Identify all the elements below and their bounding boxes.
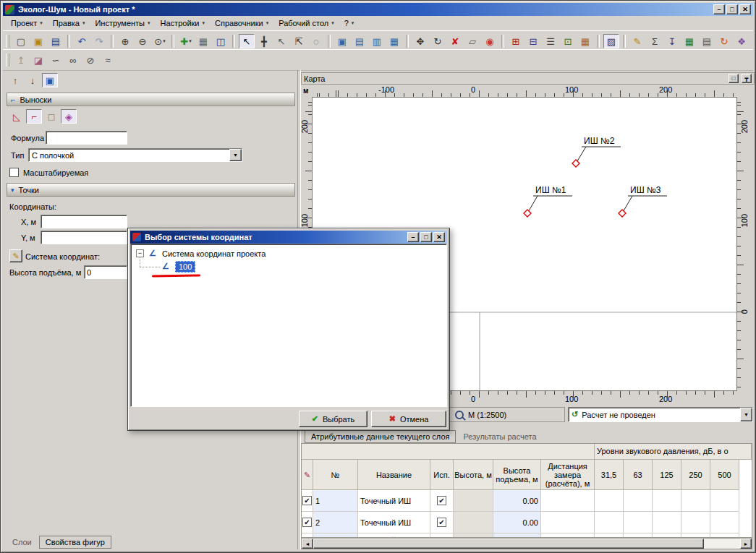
row-checkbox[interactable]: ✔ xyxy=(302,496,312,505)
lift-height-input[interactable] xyxy=(84,265,127,279)
cancel-button[interactable]: ✖ Отмена xyxy=(371,411,446,427)
measure-tool-icon[interactable]: ▨ xyxy=(603,34,619,48)
table-cell-f63[interactable] xyxy=(624,490,653,512)
save-icon[interactable]: ▤ xyxy=(48,34,64,48)
table-cell-dist[interactable] xyxy=(541,512,595,533)
tree-item-100[interactable]: 100 xyxy=(175,261,195,273)
table-cell-f500[interactable] xyxy=(710,490,739,512)
table-cell-f125[interactable] xyxy=(653,490,681,512)
map-pin-button[interactable]: ┳ xyxy=(742,74,752,83)
table-tab-0[interactable]: Атрибутивные данные текущего слоя xyxy=(305,430,456,443)
records-remove-icon[interactable]: ⊟ xyxy=(525,34,541,48)
copy-figure-icon[interactable]: ▣ xyxy=(334,34,350,48)
callout-type-style-icon[interactable]: ◈ xyxy=(61,109,77,124)
callout-type-frame-icon[interactable]: ◻ xyxy=(43,109,59,124)
table-cell-f250[interactable] xyxy=(681,490,710,512)
type-select[interactable]: С полочкой ▼ xyxy=(28,148,242,162)
dialog-close-button[interactable]: ✕ xyxy=(433,232,445,242)
statistics-icon[interactable]: Σ xyxy=(647,34,663,48)
maximize-button[interactable]: □ xyxy=(726,4,738,14)
table-cell-f63[interactable] xyxy=(624,512,653,533)
menu-item-6[interactable]: ?▾ xyxy=(339,17,360,29)
scrollbar-thumb[interactable] xyxy=(313,539,704,549)
lasso-select-icon[interactable]: ◌ xyxy=(308,34,324,48)
dialog-title-bar[interactable]: Выбор системы координат –□✕ xyxy=(130,231,447,244)
transform-figure-icon[interactable]: ▱ xyxy=(464,34,480,48)
column-header-dist[interactable]: Дистанция замера (расчёта), м xyxy=(541,460,595,490)
calc-status-select[interactable]: ↺ Расчет не проведен ▼ xyxy=(568,407,753,422)
type-select-arrow-icon[interactable]: ▼ xyxy=(229,149,242,161)
table-cell-dist[interactable] xyxy=(541,490,595,512)
calc-status-arrow-icon[interactable]: ▼ xyxy=(740,408,752,421)
menu-item-3[interactable]: Настройки▾ xyxy=(156,17,210,29)
column-header-num[interactable]: № xyxy=(313,460,358,490)
toolbar-grip[interactable] xyxy=(6,35,9,48)
table-cell-f250[interactable] xyxy=(681,512,710,533)
open-folder-icon[interactable]: ▣ xyxy=(30,34,46,48)
table-cell-height[interactable] xyxy=(454,512,493,533)
dialog-maximize-button[interactable]: □ xyxy=(420,232,432,242)
table-cell-lift[interactable]: 0.00 xyxy=(493,490,541,512)
coord-system-edit-button[interactable]: ✎ xyxy=(9,249,22,262)
table-horizontal-scrollbar[interactable]: ◄ ► xyxy=(301,538,752,549)
table-cell-f125[interactable] xyxy=(653,512,681,533)
minimize-button[interactable]: – xyxy=(713,4,725,14)
zoom-out-icon[interactable]: ⊖ xyxy=(135,34,150,48)
points-panel-header[interactable]: ▾ Точки xyxy=(7,183,295,197)
undo-icon[interactable]: ↶ xyxy=(74,34,90,48)
tree-expander-icon[interactable]: − xyxy=(136,249,144,257)
table-cell-lift[interactable]: 0.00 xyxy=(493,512,541,533)
table-cell-name[interactable]: Точечный ИШ xyxy=(358,490,430,512)
table-cell-f500[interactable] xyxy=(710,512,739,533)
table-row[interactable]: ✔2Точечный ИШ✔0.00 xyxy=(302,512,752,533)
select-button[interactable]: ✔ Выбрать xyxy=(299,411,368,427)
map-float-button[interactable]: □ xyxy=(729,74,739,83)
table-cell-sel[interactable]: ✔ xyxy=(302,490,313,512)
table-cell-sel[interactable]: ✔ xyxy=(302,512,313,533)
map-point[interactable]: ИШ №1 xyxy=(524,185,572,217)
table-cell-num[interactable]: 2 xyxy=(313,512,358,533)
map-panel-header[interactable]: Карта □┳ xyxy=(301,72,755,85)
table-cell-num[interactable]: 1 xyxy=(313,490,358,512)
zoom-in-icon[interactable]: ⊕ xyxy=(117,34,133,48)
redo-icon[interactable]: ↷ xyxy=(91,34,107,48)
edit-nodes-icon[interactable]: ╋ xyxy=(256,34,272,48)
column-header-f500[interactable]: 500 xyxy=(710,460,739,490)
print-icon[interactable]: ▤ xyxy=(699,34,715,48)
add-figure-icon[interactable]: ✚▾ xyxy=(178,34,194,48)
panel-scroll-down-icon[interactable]: ↓ xyxy=(25,73,41,87)
rotate-figure-icon[interactable]: ↻ xyxy=(430,34,446,48)
table-cell-f31[interactable] xyxy=(595,512,624,533)
records-grid-icon[interactable]: ▦ xyxy=(577,34,593,48)
figure-frame-icon[interactable]: ◫ xyxy=(213,34,229,48)
layers-icon[interactable]: ▥ xyxy=(369,34,385,48)
palette-icon[interactable]: ❖ xyxy=(734,34,749,48)
table-cell-use[interactable]: ✔ xyxy=(430,512,454,533)
dialog-minimize-button[interactable]: – xyxy=(407,232,419,242)
column-header-f31[interactable]: 31,5 xyxy=(595,460,624,490)
row-checkbox[interactable]: ✔ xyxy=(437,496,446,505)
menu-item-5[interactable]: Рабочий стол▾ xyxy=(273,17,339,29)
column-header-sel[interactable]: ✎ xyxy=(302,460,313,490)
eraser-icon[interactable]: ◪ xyxy=(30,53,46,67)
paste-figure-icon[interactable]: ▤ xyxy=(352,34,368,48)
map-point[interactable]: ИШ №2 xyxy=(572,136,621,167)
map-point[interactable]: ИШ №3 xyxy=(619,185,667,217)
smooth-curve-icon[interactable]: ≈ xyxy=(100,53,116,67)
row-checkbox[interactable]: ✔ xyxy=(302,518,312,527)
collapse-chevron-icon[interactable]: ▾ xyxy=(11,187,14,194)
callout-type-shelf-icon[interactable]: ⌐ xyxy=(26,109,42,124)
figures-list-icon[interactable]: ▦ xyxy=(195,34,211,48)
column-header-f250[interactable]: 250 xyxy=(681,460,710,490)
records-list-icon[interactable]: ☰ xyxy=(543,34,558,48)
dropdown-arrow-icon[interactable]: ▾ xyxy=(189,38,192,44)
formula-input[interactable] xyxy=(46,131,127,145)
column-header-f125[interactable]: 125 xyxy=(653,460,681,490)
excel-icon[interactable]: ▦ xyxy=(681,34,697,48)
scroll-left-button[interactable]: ◄ xyxy=(302,539,313,549)
scroll-right-button[interactable]: ► xyxy=(740,539,752,549)
tree-root-item[interactable]: Система координат проекта xyxy=(162,249,266,258)
new-document-icon[interactable]: ▢ xyxy=(13,34,29,48)
menu-item-4[interactable]: Справочники▾ xyxy=(210,17,273,29)
scalable-checkbox[interactable] xyxy=(9,168,19,177)
